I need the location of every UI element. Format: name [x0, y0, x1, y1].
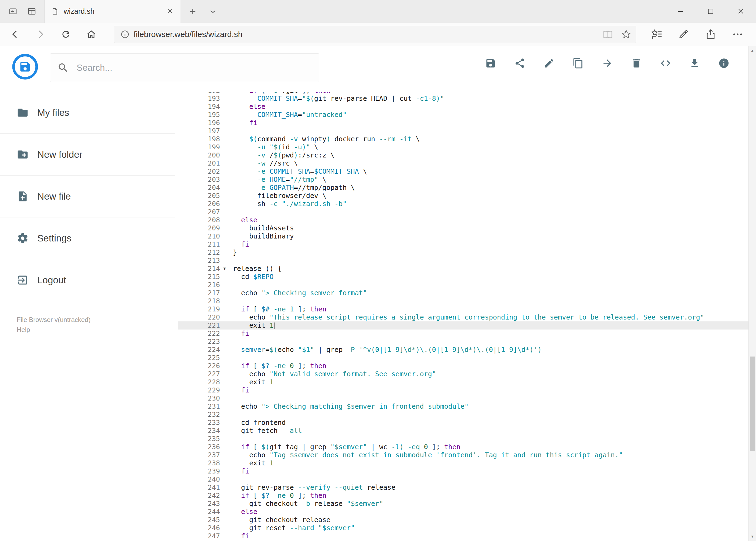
- fold-arrow-icon[interactable]: ▾: [220, 265, 229, 272]
- code-line[interactable]: 225: [178, 354, 748, 362]
- code-line[interactable]: 239 fi: [178, 467, 748, 475]
- code-line[interactable]: 215 cd $REPO: [178, 273, 748, 281]
- code-line[interactable]: 192 if [ -d .git ]; then: [178, 92, 748, 95]
- code-line[interactable]: 228 exit 1: [178, 378, 748, 386]
- close-tab-icon[interactable]: [166, 7, 175, 16]
- code-line[interactable]: 242 if [ $? -ne 0 ]; then: [178, 492, 748, 500]
- code-line[interactable]: 238 exit 1: [178, 459, 748, 467]
- close-button[interactable]: [726, 0, 756, 23]
- code-line[interactable]: 246 git reset --hard "$semver": [178, 524, 748, 532]
- filebrowser-logo[interactable]: [12, 54, 38, 80]
- code-line[interactable]: 222 fi: [178, 329, 748, 337]
- code-line[interactable]: 200 -v /$(pwd):/src:z \: [178, 151, 748, 159]
- code-line[interactable]: 230: [178, 394, 748, 402]
- share-button[interactable]: [514, 58, 526, 69]
- search-bar[interactable]: Search...: [50, 54, 319, 82]
- code-line[interactable]: 193 COMMIT_SHA="$(git rev-parse HEAD | c…: [178, 95, 748, 103]
- code-line[interactable]: 244 else: [178, 508, 748, 516]
- code-line[interactable]: 214▾release () {: [178, 265, 748, 273]
- code-line[interactable]: 212}: [178, 249, 748, 257]
- address-bar[interactable]: filebrowser.web/files/wizard.sh: [114, 26, 636, 43]
- code-line[interactable]: 194 else: [178, 103, 748, 111]
- sidebar-item-my-files[interactable]: My files: [0, 92, 175, 134]
- set-tabs-aside-icon[interactable]: [6, 5, 19, 18]
- scrollbar-thumb[interactable]: [750, 356, 755, 451]
- code-line[interactable]: 227 echo "Not valid semver format. See s…: [178, 370, 748, 378]
- code-line[interactable]: 218: [178, 297, 748, 305]
- code-line[interactable]: 203 -e HOME="//tmp" \: [178, 176, 748, 184]
- favorites-hub-icon[interactable]: [651, 28, 662, 40]
- code-line[interactable]: 226 if [ $? -ne 0 ]; then: [178, 362, 748, 370]
- edit-button[interactable]: [543, 58, 555, 69]
- code-line[interactable]: 223: [178, 337, 748, 346]
- browser-tab[interactable]: wizard.sh: [45, 0, 181, 23]
- code-line[interactable]: 233 cd frontend: [178, 419, 748, 427]
- share-page-icon[interactable]: [705, 28, 717, 40]
- code-line[interactable]: 224 semver=$(echo "$1" | grep -P '^v(0|[…: [178, 346, 748, 354]
- download-button[interactable]: [689, 58, 700, 69]
- sidebar-item-new-folder[interactable]: New folder: [0, 134, 175, 176]
- code-line[interactable]: 221 exit 1: [178, 321, 748, 329]
- code-line[interactable]: 232: [178, 410, 748, 419]
- code-line[interactable]: 197: [178, 127, 748, 135]
- reading-view-icon[interactable]: [603, 29, 613, 40]
- code-line[interactable]: 216: [178, 281, 748, 289]
- move-button[interactable]: [602, 58, 613, 69]
- code-line[interactable]: 241 git rev-parse --verify --quiet relea…: [178, 483, 748, 492]
- refresh-icon[interactable]: [55, 25, 77, 44]
- raw-code-button[interactable]: [660, 58, 671, 69]
- code-line[interactable]: 198 $(command -v winpty) docker run --rm…: [178, 135, 748, 143]
- code-line[interactable]: 204 -e GOPATH=//tmp/gopath \: [178, 184, 748, 192]
- code-line[interactable]: 211 fi: [178, 241, 748, 249]
- web-note-icon[interactable]: [678, 28, 690, 40]
- code-line[interactable]: 217 echo "> Checking semver format": [178, 289, 748, 297]
- delete-button[interactable]: [631, 58, 642, 69]
- code-line[interactable]: 208 else: [178, 216, 748, 224]
- code-line[interactable]: 199 -u "$(id -u)" \: [178, 143, 748, 151]
- info-button[interactable]: [718, 58, 730, 69]
- new-tab-button[interactable]: [186, 5, 199, 18]
- tab-chevron-icon[interactable]: [206, 5, 219, 18]
- code-line[interactable]: 243 git checkout -b release "$semver": [178, 500, 748, 508]
- code-line[interactable]: 205 filebrowser/dev \: [178, 192, 748, 200]
- more-icon[interactable]: [732, 28, 744, 40]
- sidebar-item-new-file[interactable]: New file: [0, 176, 175, 218]
- code-line[interactable]: 220 echo "This release script requires a…: [178, 313, 748, 321]
- code-line[interactable]: 235: [178, 435, 748, 443]
- code-line[interactable]: 247 fi: [178, 532, 748, 540]
- code-line[interactable]: 236 if [ $(git tag | grep "$semver" | wc…: [178, 443, 748, 451]
- code-line[interactable]: 202 -e COMMIT_SHA=$COMMIT_SHA \: [178, 168, 748, 176]
- code-line[interactable]: 209 buildAssets: [178, 224, 748, 232]
- site-info-icon[interactable]: [120, 29, 130, 39]
- code-line[interactable]: 231 echo "> Checking matching $semver in…: [178, 402, 748, 410]
- minimize-button[interactable]: [665, 0, 695, 23]
- sidebar-item-settings[interactable]: Settings: [0, 218, 175, 259]
- code-line[interactable]: 213: [178, 257, 748, 265]
- code-line[interactable]: 234 git fetch --all: [178, 427, 748, 435]
- copy-button[interactable]: [573, 58, 584, 69]
- page-scrollbar[interactable]: ▲ ▼: [748, 46, 756, 541]
- code-line[interactable]: 237 echo "Tag $semver does not exist in …: [178, 451, 748, 459]
- favorite-star-icon[interactable]: [621, 29, 631, 40]
- code-editor[interactable]: 192 if [ -d .git ]; then193 COMMIT_SHA="…: [178, 92, 748, 541]
- back-icon[interactable]: [4, 25, 26, 44]
- code-line[interactable]: 229 fi: [178, 386, 748, 394]
- tabs-preview-icon[interactable]: [25, 5, 38, 18]
- forward-icon[interactable]: [30, 25, 51, 44]
- code-line[interactable]: 206 sh -c "./wizard.sh -b": [178, 200, 748, 208]
- save-button[interactable]: [485, 58, 496, 69]
- sidebar-item-logout[interactable]: Logout: [0, 259, 175, 301]
- scroll-down-arrow-icon[interactable]: ▼: [749, 532, 756, 540]
- home-icon[interactable]: [81, 25, 102, 44]
- scroll-up-arrow-icon[interactable]: ▲: [749, 46, 756, 55]
- code-line[interactable]: 219 if [ $# -ne 1 ]; then: [178, 305, 748, 313]
- code-line[interactable]: 195 COMMIT_SHA="untracked": [178, 111, 748, 119]
- code-line[interactable]: 201 -w //src \: [178, 159, 748, 168]
- code-line[interactable]: 196 fi: [178, 119, 748, 127]
- help-link[interactable]: Help: [17, 325, 178, 335]
- code-line[interactable]: 245 git checkout release: [178, 516, 748, 524]
- code-line[interactable]: 207: [178, 208, 748, 216]
- code-line[interactable]: 240: [178, 475, 748, 483]
- maximize-button[interactable]: [695, 0, 726, 23]
- code-line[interactable]: 210 buildBinary: [178, 232, 748, 241]
